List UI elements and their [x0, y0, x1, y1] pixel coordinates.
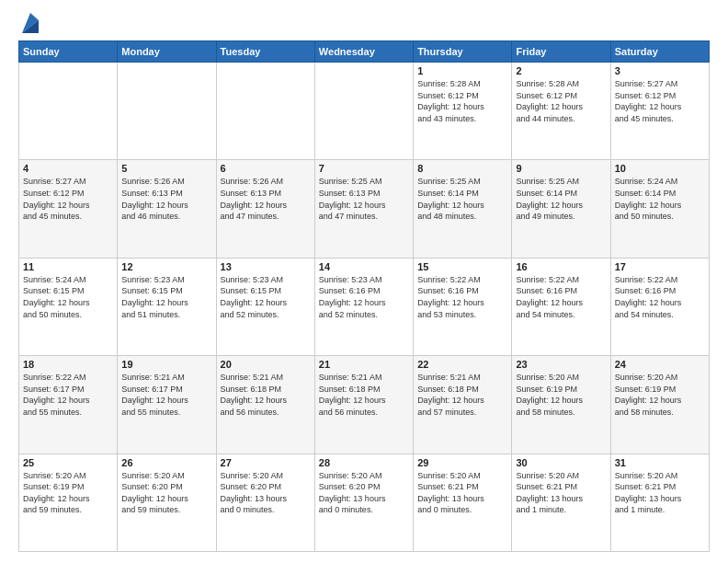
calendar-cell: 13Sunrise: 5:23 AM Sunset: 6:15 PM Dayli… [216, 258, 314, 355]
calendar-cell: 25Sunrise: 5:20 AM Sunset: 6:19 PM Dayli… [19, 454, 118, 551]
day-number: 18 [23, 359, 113, 370]
day-number: 21 [319, 359, 409, 370]
calendar-week-3: 18Sunrise: 5:22 AM Sunset: 6:17 PM Dayli… [19, 356, 710, 454]
day-info: Sunrise: 5:20 AM Sunset: 6:21 PM Dayligh… [615, 470, 705, 516]
day-number: 31 [615, 457, 705, 468]
weekday-header-thursday: Thursday [414, 41, 512, 63]
day-info: Sunrise: 5:24 AM Sunset: 6:14 PM Dayligh… [615, 176, 705, 222]
day-info: Sunrise: 5:20 AM Sunset: 6:21 PM Dayligh… [417, 470, 507, 516]
day-number: 6 [221, 163, 311, 174]
calendar-cell: 12Sunrise: 5:23 AM Sunset: 6:15 PM Dayli… [118, 258, 216, 355]
day-number: 2 [516, 65, 606, 76]
calendar-cell: 28Sunrise: 5:20 AM Sunset: 6:20 PM Dayli… [314, 454, 413, 551]
day-number: 4 [23, 163, 113, 174]
day-info: Sunrise: 5:20 AM Sunset: 6:20 PM Dayligh… [221, 470, 311, 516]
calendar-cell [216, 63, 314, 160]
day-number: 10 [615, 163, 705, 174]
day-number: 5 [121, 163, 211, 174]
day-info: Sunrise: 5:24 AM Sunset: 6:15 PM Dayligh… [23, 274, 113, 320]
day-info: Sunrise: 5:21 AM Sunset: 6:17 PM Dayligh… [121, 372, 211, 418]
calendar-week-0: 1Sunrise: 5:28 AM Sunset: 6:12 PM Daylig… [19, 63, 710, 160]
calendar-cell: 6Sunrise: 5:26 AM Sunset: 6:13 PM Daylig… [216, 160, 314, 258]
calendar-week-4: 25Sunrise: 5:20 AM Sunset: 6:19 PM Dayli… [19, 454, 710, 551]
calendar-cell: 16Sunrise: 5:22 AM Sunset: 6:16 PM Dayli… [512, 258, 610, 355]
calendar-cell: 24Sunrise: 5:20 AM Sunset: 6:19 PM Dayli… [610, 356, 709, 454]
calendar-cell: 31Sunrise: 5:20 AM Sunset: 6:21 PM Dayli… [610, 454, 709, 551]
day-info: Sunrise: 5:28 AM Sunset: 6:12 PM Dayligh… [417, 78, 507, 124]
calendar-cell [118, 63, 216, 160]
calendar-cell: 10Sunrise: 5:24 AM Sunset: 6:14 PM Dayli… [610, 160, 709, 258]
logo-icon [22, 13, 39, 33]
day-number: 12 [121, 261, 211, 272]
header [18, 15, 710, 33]
day-number: 8 [417, 163, 507, 174]
calendar-table: SundayMondayTuesdayWednesdayThursdayFrid… [18, 40, 710, 552]
calendar-cell: 27Sunrise: 5:20 AM Sunset: 6:20 PM Dayli… [216, 454, 314, 551]
calendar-cell [19, 63, 118, 160]
calendar-cell: 7Sunrise: 5:25 AM Sunset: 6:13 PM Daylig… [314, 160, 413, 258]
day-info: Sunrise: 5:21 AM Sunset: 6:18 PM Dayligh… [221, 372, 311, 418]
weekday-header-wednesday: Wednesday [314, 41, 413, 63]
calendar-cell: 11Sunrise: 5:24 AM Sunset: 6:15 PM Dayli… [19, 258, 118, 355]
day-number: 9 [516, 163, 606, 174]
day-number: 20 [221, 359, 311, 370]
calendar-cell: 17Sunrise: 5:22 AM Sunset: 6:16 PM Dayli… [610, 258, 709, 355]
calendar-cell: 30Sunrise: 5:20 AM Sunset: 6:21 PM Dayli… [512, 454, 610, 551]
weekday-header-saturday: Saturday [610, 41, 709, 63]
day-info: Sunrise: 5:28 AM Sunset: 6:12 PM Dayligh… [516, 78, 606, 124]
calendar-week-1: 4Sunrise: 5:27 AM Sunset: 6:12 PM Daylig… [19, 160, 710, 258]
day-number: 1 [417, 65, 507, 76]
day-number: 26 [121, 457, 211, 468]
day-info: Sunrise: 5:21 AM Sunset: 6:18 PM Dayligh… [319, 372, 409, 418]
day-info: Sunrise: 5:20 AM Sunset: 6:21 PM Dayligh… [516, 470, 606, 516]
weekday-header-row: SundayMondayTuesdayWednesdayThursdayFrid… [19, 41, 710, 63]
day-info: Sunrise: 5:25 AM Sunset: 6:14 PM Dayligh… [417, 176, 507, 222]
day-number: 7 [319, 163, 409, 174]
day-info: Sunrise: 5:20 AM Sunset: 6:19 PM Dayligh… [23, 470, 113, 516]
day-info: Sunrise: 5:23 AM Sunset: 6:15 PM Dayligh… [121, 274, 211, 320]
day-info: Sunrise: 5:22 AM Sunset: 6:16 PM Dayligh… [516, 274, 606, 320]
day-info: Sunrise: 5:25 AM Sunset: 6:13 PM Dayligh… [319, 176, 409, 222]
day-number: 19 [121, 359, 211, 370]
day-number: 24 [615, 359, 705, 370]
day-info: Sunrise: 5:23 AM Sunset: 6:16 PM Dayligh… [319, 274, 409, 320]
calendar-cell [314, 63, 413, 160]
calendar-cell: 8Sunrise: 5:25 AM Sunset: 6:14 PM Daylig… [414, 160, 512, 258]
day-number: 29 [417, 457, 507, 468]
day-number: 3 [615, 65, 705, 76]
day-info: Sunrise: 5:22 AM Sunset: 6:17 PM Dayligh… [23, 372, 113, 418]
calendar-cell: 26Sunrise: 5:20 AM Sunset: 6:20 PM Dayli… [118, 454, 216, 551]
day-number: 16 [516, 261, 606, 272]
day-info: Sunrise: 5:26 AM Sunset: 6:13 PM Dayligh… [221, 176, 311, 222]
day-info: Sunrise: 5:25 AM Sunset: 6:14 PM Dayligh… [516, 176, 606, 222]
day-info: Sunrise: 5:27 AM Sunset: 6:12 PM Dayligh… [615, 78, 705, 124]
day-info: Sunrise: 5:23 AM Sunset: 6:15 PM Dayligh… [221, 274, 311, 320]
day-number: 17 [615, 261, 705, 272]
calendar-week-2: 11Sunrise: 5:24 AM Sunset: 6:15 PM Dayli… [19, 258, 710, 355]
calendar-cell: 4Sunrise: 5:27 AM Sunset: 6:12 PM Daylig… [19, 160, 118, 258]
day-info: Sunrise: 5:26 AM Sunset: 6:13 PM Dayligh… [121, 176, 211, 222]
day-info: Sunrise: 5:20 AM Sunset: 6:20 PM Dayligh… [121, 470, 211, 516]
day-info: Sunrise: 5:21 AM Sunset: 6:18 PM Dayligh… [417, 372, 507, 418]
calendar-cell: 5Sunrise: 5:26 AM Sunset: 6:13 PM Daylig… [118, 160, 216, 258]
calendar-cell: 15Sunrise: 5:22 AM Sunset: 6:16 PM Dayli… [414, 258, 512, 355]
day-info: Sunrise: 5:22 AM Sunset: 6:16 PM Dayligh… [417, 274, 507, 320]
day-number: 13 [221, 261, 311, 272]
calendar-cell: 23Sunrise: 5:20 AM Sunset: 6:19 PM Dayli… [512, 356, 610, 454]
calendar-cell: 1Sunrise: 5:28 AM Sunset: 6:12 PM Daylig… [414, 63, 512, 160]
day-number: 23 [516, 359, 606, 370]
day-info: Sunrise: 5:20 AM Sunset: 6:19 PM Dayligh… [615, 372, 705, 418]
day-info: Sunrise: 5:20 AM Sunset: 6:20 PM Dayligh… [319, 470, 409, 516]
day-number: 25 [23, 457, 113, 468]
calendar-cell: 21Sunrise: 5:21 AM Sunset: 6:18 PM Dayli… [314, 356, 413, 454]
day-info: Sunrise: 5:22 AM Sunset: 6:16 PM Dayligh… [615, 274, 705, 320]
calendar-cell: 2Sunrise: 5:28 AM Sunset: 6:12 PM Daylig… [512, 63, 610, 160]
day-info: Sunrise: 5:20 AM Sunset: 6:19 PM Dayligh… [516, 372, 606, 418]
calendar-cell: 29Sunrise: 5:20 AM Sunset: 6:21 PM Dayli… [414, 454, 512, 551]
day-number: 14 [319, 261, 409, 272]
weekday-header-sunday: Sunday [19, 41, 118, 63]
day-number: 27 [221, 457, 311, 468]
weekday-header-friday: Friday [512, 41, 610, 63]
calendar-cell: 18Sunrise: 5:22 AM Sunset: 6:17 PM Dayli… [19, 356, 118, 454]
day-number: 30 [516, 457, 606, 468]
